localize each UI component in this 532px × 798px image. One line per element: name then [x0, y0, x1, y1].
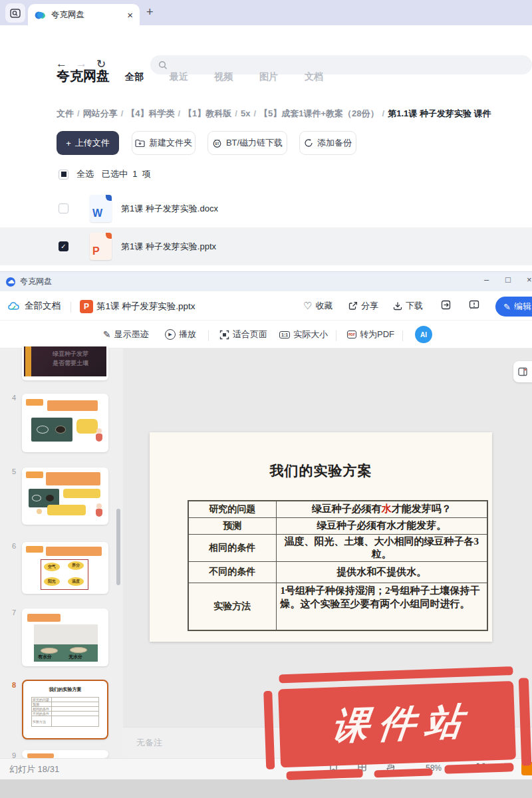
- bt-download-button[interactable]: BT BT/磁力链下载: [207, 131, 287, 155]
- file-row-docx[interactable]: W 第1课 种子发芽实验.docx: [0, 190, 532, 227]
- row-value: 温度、阳光、土壤、大小相同的绿豆种子各3粒。: [276, 534, 487, 561]
- thumb9-tab: [27, 753, 54, 758]
- breadcrumb-item[interactable]: 【1】教科版: [184, 108, 231, 118]
- browser-chrome: 夸克网盘 × +: [0, 0, 532, 25]
- page-corner: [106, 195, 112, 201]
- thumb-number: 6: [4, 542, 16, 550]
- new-tab-button[interactable]: +: [146, 5, 154, 19]
- new-folder-button[interactable]: 新建文件夹: [132, 131, 196, 155]
- play-button[interactable]: ▶ 播放: [165, 329, 196, 340]
- browser-navbar: ← → ↻: [0, 25, 532, 53]
- tab-images[interactable]: 图片: [259, 71, 278, 83]
- file-row-pptx[interactable]: ✓ P 第1课 种子发芽实验.pptx: [0, 227, 532, 265]
- table-row: 预测 绿豆种子必须有水才能发芽。: [188, 517, 487, 534]
- tab-close-icon[interactable]: ×: [127, 9, 133, 21]
- slide-thumbnail-5[interactable]: [22, 467, 108, 525]
- stamp-frame-bottom: [444, 763, 513, 774]
- slide-thumbnail-7[interactable]: 有水分 无水分: [22, 608, 108, 666]
- ppt-letter: P: [92, 245, 100, 257]
- select-all-label[interactable]: 全选: [76, 168, 94, 180]
- browser-sidebar-button[interactable]: [5, 3, 25, 23]
- tab-documents[interactable]: 文档: [305, 71, 323, 83]
- slide-thumbnail-8-selected[interactable]: 我们的实验方案 研究的问题 预测 相同的条件 不同的条件 实验方法: [22, 680, 108, 739]
- feedback-button[interactable]: [469, 300, 479, 310]
- petri-dish: [32, 495, 41, 501]
- browser-tab-title: 夸克网盘: [51, 9, 127, 21]
- row-value: 1号组种子种保持湿润；2号组种子土壤保持干燥。这个实验至少要有两个小组同时进行。: [276, 583, 487, 630]
- folder-plus-icon: [135, 139, 145, 147]
- browser-tab[interactable]: 夸克网盘 ×: [28, 4, 140, 25]
- stamp-frame-bottom: [374, 768, 432, 777]
- breadcrumb-item[interactable]: 5x: [241, 108, 250, 118]
- stamp-frame-right: [519, 678, 532, 765]
- window-maximize-icon[interactable]: □: [505, 275, 511, 285]
- breadcrumb-item[interactable]: 文件: [57, 108, 74, 118]
- thumb7-photo: 有水分 无水分: [34, 624, 98, 662]
- edit-button[interactable]: ✎ 编辑: [495, 297, 532, 317]
- table-row: 相同的条件 温度、阳光、土壤、大小相同的绿豆种子各3粒。: [188, 534, 487, 561]
- window-minimize-icon[interactable]: –: [484, 275, 489, 285]
- speech-bubble: [63, 489, 100, 498]
- thumb3-text: 绿豆种子发芽 是否需要土壤: [37, 349, 104, 368]
- select-all-checkbox[interactable]: [59, 170, 68, 180]
- courseware-station-stamp: 课件站: [263, 662, 532, 784]
- upload-file-label: 上传文件: [75, 137, 110, 149]
- thumb-number: 4: [4, 394, 16, 402]
- mini-slide-title: 我们的实验方案: [23, 686, 107, 693]
- thumbnail-scrollbar[interactable]: [116, 509, 120, 585]
- all-documents-button[interactable]: 全部文档: [8, 300, 61, 312]
- share-button[interactable]: 分享: [348, 300, 378, 312]
- slide-thumbnail-3[interactable]: 绿豆种子发芽 是否需要土壤: [22, 344, 108, 380]
- file-checkbox[interactable]: [59, 203, 68, 213]
- new-folder-label: 新建文件夹: [149, 137, 192, 149]
- ppt-file-icon: P: [90, 233, 112, 260]
- indeterminate-mark: [61, 172, 66, 177]
- breadcrumb-item[interactable]: 网站分享: [83, 108, 118, 118]
- dish-without-water: [70, 647, 87, 653]
- label-without-water: 无水分: [68, 654, 82, 660]
- ai-assistant-button[interactable]: AI: [415, 326, 432, 343]
- add-backup-label: 添加备份: [317, 137, 352, 149]
- slide-thumbnail-4[interactable]: [22, 394, 108, 452]
- petri-dish: [55, 426, 66, 434]
- save-to-drive-button[interactable]: [441, 300, 452, 310]
- breadcrumb-separator: /: [74, 108, 83, 118]
- file-checkbox-checked[interactable]: ✓: [59, 241, 68, 251]
- word-file-icon: W: [90, 195, 112, 222]
- discuss-tab: [26, 471, 43, 478]
- breadcrumb-separator: /: [231, 108, 241, 118]
- thumb6-textbox: [46, 547, 102, 556]
- notes-placeholder: 无备注: [136, 737, 162, 749]
- show-ink-button[interactable]: ✎ 显示墨迹: [103, 329, 149, 340]
- add-backup-button[interactable]: 添加备份: [299, 131, 356, 155]
- fit-page-button[interactable]: 适合页面: [219, 329, 267, 340]
- breadcrumb-item[interactable]: 【4】科学类: [126, 108, 174, 118]
- toolbar-divider: [208, 331, 209, 341]
- row-value: 提供水和不提供水。: [276, 561, 487, 583]
- address-search-bar[interactable]: [150, 55, 532, 74]
- breadcrumb-current: 第1.1课 种子发芽实验 课件: [388, 108, 491, 118]
- svg-text:BT: BT: [215, 142, 219, 146]
- discuss-tab: [26, 546, 43, 553]
- cartoon-girl: [96, 428, 102, 434]
- tab-videos[interactable]: 视频: [214, 71, 233, 83]
- favorite-button[interactable]: ♡ 收藏: [303, 300, 332, 312]
- side-panel-toggle-button[interactable]: [513, 361, 532, 382]
- convert-pdf-button[interactable]: PDF 转为PDF: [347, 329, 394, 340]
- upload-file-button[interactable]: + 上传文件: [57, 131, 119, 155]
- one-to-one-icon: 1:1: [279, 331, 290, 338]
- open-filename: 第1课 种子发芽实验.pptx: [96, 301, 196, 313]
- slide-thumbnail-9[interactable]: [22, 750, 108, 758]
- viewer-window-titlebar[interactable]: 夸克网盘: [0, 271, 532, 291]
- all-documents-label: 全部文档: [25, 300, 61, 312]
- breadcrumb-item[interactable]: 【5】成套1课件+教案（28份）: [259, 108, 379, 118]
- table-row: 研究的问题 绿豆种子必须有水才能发芽吗？: [188, 501, 487, 517]
- download-button[interactable]: 下载: [393, 300, 423, 312]
- window-close-icon[interactable]: ×: [527, 275, 532, 285]
- file-name[interactable]: 第1课 种子发芽实验.docx: [121, 203, 218, 215]
- tab-recent[interactable]: 最近: [170, 71, 188, 83]
- tab-all[interactable]: 全部: [125, 71, 144, 83]
- slide-thumbnail-6[interactable]: 空气 养分 阳光 温度: [22, 542, 108, 594]
- file-name[interactable]: 第1课 种子发芽实验.pptx: [121, 241, 216, 253]
- actual-size-button[interactable]: 1:1 实际大小: [279, 329, 328, 340]
